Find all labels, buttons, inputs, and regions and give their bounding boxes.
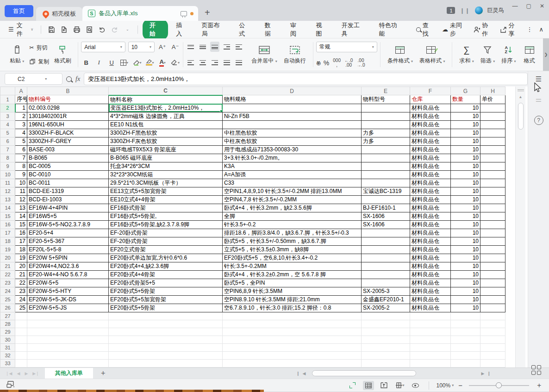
cell-A26[interactable]: 25 [15,304,27,312]
cell-C22[interactable]: EF20卧式4+4骨架 [109,270,223,279]
cell-G14[interactable]: 10 [451,204,480,212]
cell-G27[interactable] [451,312,480,320]
format-painter-button[interactable]: 格式刷 [51,41,74,68]
redo-icon[interactable] [109,24,120,35]
row-header-1[interactable]: 1 [0,95,15,104]
cell-D33[interactable] [223,359,362,367]
cell-E26[interactable]: SX-2005-2 [362,304,410,312]
cell-D8[interactable]: 3+3.针长3.0+-/0.2mm。 [223,154,362,162]
cell-D4[interactable] [223,120,362,129]
cell-F23[interactable]: 材料良品仓 [410,279,451,287]
col-header-G[interactable]: G [451,87,480,95]
cell-E12[interactable]: 宝诚达BC-1319 [362,187,410,195]
cell-E23[interactable] [362,279,410,287]
cell-A22[interactable]: 21 [15,270,27,279]
cell-C19[interactable]: EF20立式骨架 [109,245,223,254]
cell-E1[interactable]: 物料型号 [362,95,410,104]
cell-G6[interactable]: 10 [451,137,480,145]
cell-A21[interactable]: 20 [15,262,27,270]
cell-E14[interactable]: BJ-EF1610-1 [362,204,410,212]
split-handle[interactable] [518,89,524,91]
print-preview-icon[interactable] [84,24,94,35]
cell-B1[interactable]: 物料编号 [27,95,109,104]
cell-D12[interactable]: 空PIN1,4,8,9,10 针长;3.5+/-0.2MM 排距13.0MM [223,187,362,195]
cell-F16[interactable]: 材料良品仓 [410,220,451,229]
tab-review[interactable]: 审阅 [284,19,308,40]
cell-B2[interactable]: 02.003.0298 [27,104,109,112]
thousands-icon[interactable]: 000, [333,58,341,68]
table-style-button[interactable]: 表格样式 ▾ [416,41,448,68]
col-header-H[interactable]: H [480,87,505,95]
cell-F30[interactable] [410,336,451,343]
align-right-icon[interactable] [210,57,219,68]
cell-F10[interactable]: 材料良品仓 [410,170,451,179]
cell-G18[interactable]: 10 [451,237,480,245]
cell-A18[interactable]: 17 [15,237,27,245]
cell-A12[interactable]: 11 [15,187,27,195]
row-header-29[interactable]: 29 [0,328,15,336]
align-bottom-icon[interactable] [210,42,219,52]
cell-D24[interactable]: 空PIN6,8,9 针长;3.5MM [223,287,362,295]
cell-E22[interactable] [362,270,410,279]
row-header-14[interactable]: 14 [0,204,15,212]
cell-G33[interactable] [451,359,480,367]
copy-button[interactable]: 复制 [27,56,51,67]
cell-F3[interactable]: 材料良品仓 [410,112,451,120]
cell-A24[interactable]: 23 [15,287,27,295]
cell-B24[interactable]: EF20W-5+5-HTY [27,287,109,295]
cell-G17[interactable]: 10 [451,229,480,237]
cell-E11[interactable] [362,179,410,187]
cell-H18[interactable] [480,237,505,245]
cell-C8[interactable]: B-B065 磁环底座 [109,154,223,162]
cell-G30[interactable] [451,336,480,343]
cell-F27[interactable] [410,312,451,320]
cell-C7[interactable]: 磁环电感T9X5X3 骨架底座 [109,145,223,154]
cell-A13[interactable]: 12 [15,195,27,204]
cell-D6[interactable]: 中柱灰色软胶 [223,137,362,145]
cell-D11[interactable]: C33 [223,179,362,187]
sum-button[interactable]: ∑ 求和 ▾ [456,41,477,68]
merge-center-button[interactable]: 合并居中 ▾ [248,41,280,68]
cell-C2[interactable]: 变压器EE13卧式加长，2.0mH±10%， [109,104,223,112]
cell-D14[interactable]: 卧式4+4，针长3.2mm，缺2.3.5.6脚 [223,204,362,212]
justify-icon[interactable] [222,57,231,68]
zoom-slider-knob[interactable] [496,382,502,388]
tab-insert[interactable]: 插入 [170,19,193,40]
cell-D22[interactable]: 卧式4+4，针长3.2±0.2mm，空 5.6.7.8 脚 [223,270,362,279]
cell-D5[interactable]: 中柱黑色软胶 [223,129,362,137]
cell-B26[interactable]: EF20W-5+5-JS [27,304,109,312]
cell-B3[interactable]: 13018402001R [27,112,109,120]
align-left-icon[interactable] [186,57,195,68]
cell-B17[interactable]: EF20-5+4 [27,229,109,237]
cell-A11[interactable]: 10 [15,179,27,187]
tab-home[interactable]: 开始 [143,19,168,40]
cell-D20[interactable]: EF20卧式5+5，空6,8,10,针长3.4+-0.2 [223,254,362,262]
cell-E33[interactable] [362,359,410,367]
cell-A30[interactable] [15,336,27,343]
cell-E17[interactable] [362,229,410,237]
format-button[interactable]: 格式 [519,41,540,68]
cell-C23[interactable]: EF20卧式骨架5+5 [109,279,223,287]
row-header-4[interactable]: 4 [0,120,15,129]
cut-button[interactable]: ✂剪切 [27,43,51,53]
zoom-in-button[interactable]: ＋ [536,381,543,390]
cell-F1[interactable]: 仓库 [410,95,451,104]
cell-E13[interactable] [362,195,410,204]
cell-E30[interactable] [362,336,410,343]
row-header-23[interactable]: 23 [0,279,15,287]
cell-E19[interactable] [362,245,410,254]
cell-A5[interactable]: 4 [15,129,27,137]
scroll-left-arrow[interactable]: ◀ [303,371,306,376]
conditional-format-button[interactable]: 条件格式 ▾ [384,41,416,68]
cell-C31[interactable] [109,343,223,351]
scroll-up-arrow[interactable]: ▲ [519,95,523,99]
cell-F26[interactable]: 材料良品仓 [410,304,451,312]
cell-A28[interactable] [15,320,27,328]
decrease-decimal-icon[interactable]: .00→.0 [356,58,365,68]
cell-A8[interactable]: 7 [15,154,27,162]
cell-G16[interactable]: 10 [451,220,480,229]
row-header-17[interactable]: 17 [0,229,15,237]
cell-H26[interactable] [480,304,505,312]
collapse-ribbon-icon[interactable]: ∧ [539,26,543,33]
cell-D18[interactable]: 卧式5+5，针长3.5+/-0.50mm，缺3.6.7.脚 [223,237,362,245]
